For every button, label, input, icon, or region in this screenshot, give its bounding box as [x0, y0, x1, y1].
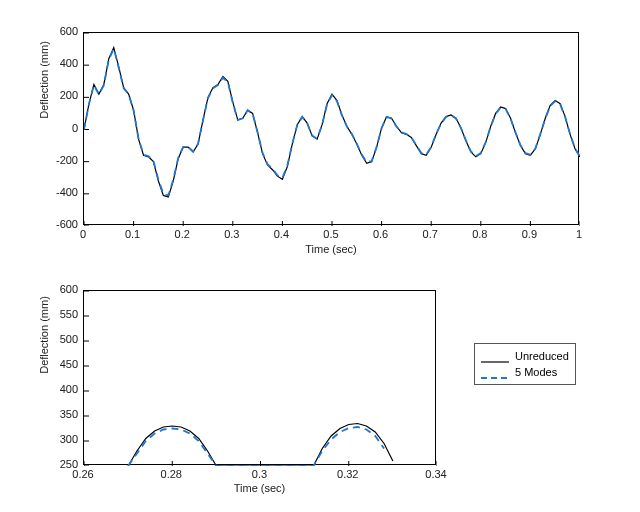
plot2-xlabel: Time (sec): [83, 482, 436, 494]
xtick-label: 0.8: [468, 228, 492, 240]
ytick-label: 400: [48, 57, 78, 69]
ytick-label: 500: [48, 333, 78, 345]
ytick-label: 600: [48, 283, 78, 295]
deflection-zoom-plot: [83, 290, 436, 465]
deflection-time-series-plot: [83, 32, 579, 225]
legend-label: Unreduced: [515, 350, 569, 362]
xtick-label: 0.9: [517, 228, 541, 240]
xtick-label: 0.28: [159, 468, 183, 480]
ytick-label: 550: [48, 308, 78, 320]
xtick-label: 0.5: [319, 228, 343, 240]
xtick-label: 0.4: [269, 228, 293, 240]
ytick-label: -200: [48, 154, 78, 166]
xtick-label: 0.3: [220, 228, 244, 240]
xtick-label: 0.2: [170, 228, 194, 240]
xtick-label: 0.7: [418, 228, 442, 240]
xtick-label: 0.1: [121, 228, 145, 240]
xtick-label: 0.34: [424, 468, 448, 480]
ytick-label: 0: [48, 122, 78, 134]
plot1-xlabel: Time (sec): [83, 243, 579, 255]
xtick-label: 0.3: [248, 468, 272, 480]
ytick-label: 250: [48, 458, 78, 470]
ytick-label: 600: [48, 25, 78, 37]
ytick-label: -600: [48, 218, 78, 230]
legend-label: 5 Modes: [515, 366, 557, 378]
ytick-label: -400: [48, 186, 78, 198]
ytick-label: 400: [48, 383, 78, 395]
xtick-label: 0.6: [369, 228, 393, 240]
legend-entry-unreduced: Unreduced: [481, 348, 569, 364]
xtick-label: 1: [567, 228, 591, 240]
xtick-label: 0.32: [336, 468, 360, 480]
ytick-label: 300: [48, 433, 78, 445]
ytick-label: 350: [48, 408, 78, 420]
legend: Unreduced 5 Modes: [474, 343, 576, 385]
ytick-label: 200: [48, 89, 78, 101]
ytick-label: 450: [48, 358, 78, 370]
